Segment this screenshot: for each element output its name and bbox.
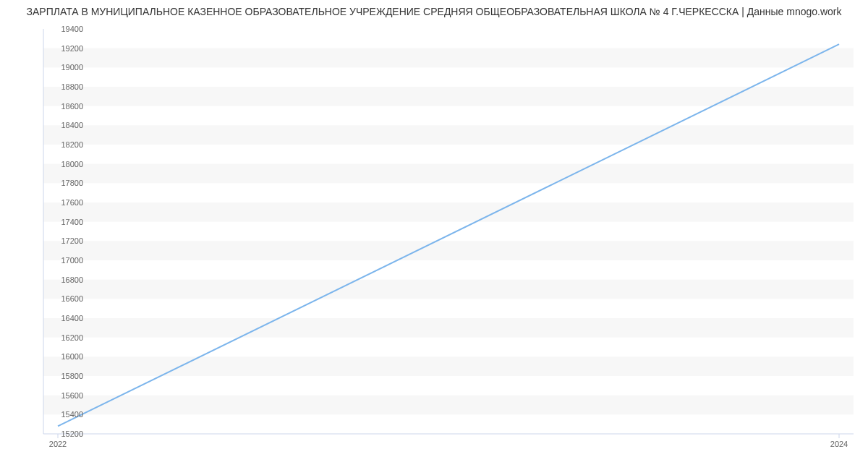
y-tick-label: 15400 bbox=[47, 410, 83, 419]
chart-title: ЗАРПЛАТА В МУНИЦИПАЛЬНОЕ КАЗЕННОЕ ОБРАЗО… bbox=[0, 6, 868, 17]
y-tick-label: 17800 bbox=[47, 179, 83, 187]
svg-rect-5 bbox=[43, 202, 854, 222]
grid-bands bbox=[43, 48, 854, 415]
svg-rect-6 bbox=[43, 164, 854, 184]
x-tick-label: 2024 bbox=[830, 440, 848, 448]
y-tick-label: 15200 bbox=[47, 430, 83, 438]
svg-rect-7 bbox=[43, 125, 854, 145]
y-tick-label: 18000 bbox=[47, 160, 83, 168]
plot-svg bbox=[43, 29, 854, 434]
svg-rect-2 bbox=[43, 318, 854, 338]
y-tick-label: 16600 bbox=[47, 294, 83, 303]
chart-container: ЗАРПЛАТА В МУНИЦИПАЛЬНОЕ КАЗЕННОЕ ОБРАЗО… bbox=[0, 0, 868, 470]
svg-rect-9 bbox=[43, 48, 854, 68]
y-tick-label: 16000 bbox=[47, 352, 83, 361]
svg-rect-3 bbox=[43, 280, 854, 299]
plot-area: 1520015400156001580016000162001640016600… bbox=[43, 29, 854, 434]
y-tick-label: 19200 bbox=[47, 44, 83, 53]
x-tick-label: 2022 bbox=[49, 440, 67, 448]
y-tick-label: 16200 bbox=[47, 333, 83, 342]
y-tick-label: 17000 bbox=[47, 256, 83, 265]
y-tick-label: 16800 bbox=[47, 275, 83, 284]
y-tick-label: 17400 bbox=[47, 218, 83, 226]
y-tick-label: 18600 bbox=[47, 102, 83, 111]
svg-rect-4 bbox=[43, 241, 854, 260]
y-tick-label: 16400 bbox=[47, 314, 83, 322]
y-tick-label: 19000 bbox=[47, 63, 83, 72]
y-tick-label: 17200 bbox=[47, 236, 83, 245]
svg-rect-0 bbox=[43, 396, 854, 415]
y-tick-label: 18400 bbox=[47, 121, 83, 129]
y-tick-label: 15600 bbox=[47, 391, 83, 400]
y-tick-label: 18200 bbox=[47, 140, 83, 149]
y-tick-label: 15800 bbox=[47, 372, 83, 380]
y-tick-label: 17600 bbox=[47, 198, 83, 207]
y-tick-label: 18800 bbox=[47, 82, 83, 91]
y-tick-label: 19400 bbox=[47, 25, 83, 33]
